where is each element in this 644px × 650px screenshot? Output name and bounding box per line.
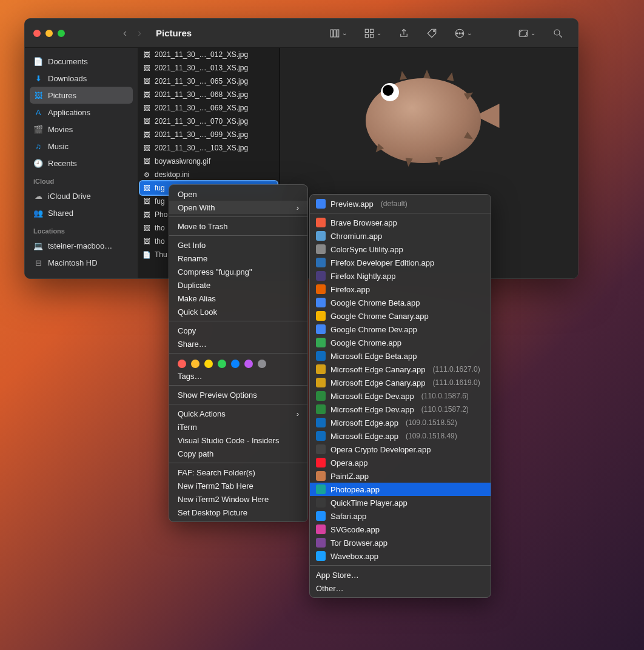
menu-item-faf-search-folder-s[interactable]: FAF: Search Folder(s) [169, 466, 307, 479]
menu-item-make-alias[interactable]: Make Alias [169, 292, 307, 305]
toolbar: ⌄ ⌄ ⌄ ⌄ [329, 28, 563, 39]
menu-item-rename[interactable]: Rename [169, 252, 307, 265]
sidebar-item-shared[interactable]: 👥Shared [25, 204, 138, 221]
share-button[interactable] [398, 28, 409, 39]
file-row[interactable]: 🖼2021_11_30_…_069_XS.jpg [138, 101, 280, 115]
app-icon [316, 444, 326, 454]
tag-color[interactable] [244, 360, 253, 368]
open-with-quicktime-player-app[interactable]: QuickTime Player.app [310, 496, 491, 509]
search-button[interactable] [552, 28, 563, 39]
open-with-microsoft-edge-app[interactable]: Microsoft Edge.app(109.0.1518.49) [310, 429, 491, 443]
menu-item-move-to-trash[interactable]: Move to Trash [169, 219, 307, 233]
menu-item-get-info[interactable]: Get Info [169, 238, 307, 252]
sidebar-item-icloud-drive[interactable]: ☁︎iCloud Drive [25, 187, 138, 204]
menu-label: Other… [316, 584, 344, 593]
open-with-microsoft-edge-dev-app[interactable]: Microsoft Edge Dev.app(110.0.1587.2) [310, 403, 491, 416]
menu-item-quick-actions[interactable]: Quick Actions› [169, 407, 307, 420]
open-with-firefox-nightly-app[interactable]: Firefox Nightly.app [310, 269, 491, 283]
view-mode-button[interactable]: ⌄ [329, 28, 347, 39]
file-row[interactable]: 🖼2021_11_30_…_012_XS.jpg [138, 48, 280, 61]
menu-item-copy[interactable]: Copy [169, 324, 307, 337]
file-row[interactable]: 🖼2021_11_30_…_099_XS.jpg [138, 128, 280, 141]
forward-button[interactable]: › [134, 28, 145, 39]
menu-item-set-desktop-picture[interactable]: Set Desktop Picture [169, 506, 307, 519]
back-button[interactable]: ‹ [119, 28, 130, 39]
menu-item-open[interactable]: Open [169, 187, 307, 201]
open-with-chromium-app[interactable]: Chromium.app [310, 229, 491, 243]
open-with-microsoft-edge-canary-app[interactable]: Microsoft Edge Canary.app(111.0.1619.0) [310, 376, 491, 389]
menu-item-iterm[interactable]: iTerm [169, 420, 307, 434]
sidebar-item-movies[interactable]: 🎬Movies [25, 121, 138, 138]
sidebar-item-music[interactable]: ♫Music [25, 138, 138, 155]
menu-item-duplicate[interactable]: Duplicate [169, 278, 307, 292]
open-with-microsoft-edge-canary-app[interactable]: Microsoft Edge Canary.app(111.0.1627.0) [310, 363, 491, 376]
menu-item-quick-look[interactable]: Quick Look [169, 305, 307, 318]
sidebar-item-recents[interactable]: 🕘Recents [25, 155, 138, 172]
open-with-google-chrome-dev-app[interactable]: Google Chrome Dev.app [310, 323, 491, 336]
sync-button[interactable]: ⌄ [518, 28, 535, 39]
open-with-opera-app[interactable]: Opera.app [310, 456, 491, 469]
menu-item-new-iterm-window-here[interactable]: New iTerm2 Window Here [169, 492, 307, 506]
menu-item-tags[interactable]: Tags… [169, 369, 307, 383]
file-icon: 🖼 [143, 224, 151, 232]
file-row[interactable]: 🖼2021_11_30_…_070_XS.jpg [138, 115, 280, 128]
open-with-google-chrome-app[interactable]: Google Chrome.app [310, 336, 491, 349]
sidebar-item-pictures[interactable]: 🖼Pictures [30, 87, 133, 104]
svg-point-9 [459, 32, 460, 33]
open-with-tor-browser-app[interactable]: Tor Browser.app [310, 536, 491, 549]
open-with-google-chrome-beta-app[interactable]: Google Chrome Beta.app [310, 296, 491, 309]
open-with-opera-crypto-developer-app[interactable]: Opera Crypto Developer.app [310, 443, 491, 456]
menu-item-show-preview-options[interactable]: Show Preview Options [169, 388, 307, 401]
open-with-svgcode-app[interactable]: SVGcode.app [310, 523, 491, 536]
file-row[interactable]: ⚙︎desktop.ini [138, 168, 280, 181]
close-button[interactable] [33, 30, 41, 37]
tags-button[interactable] [426, 28, 437, 39]
open-with-colorsync-utility-app[interactable]: ColorSync Utility.app [310, 243, 491, 256]
sidebar-item-downloads[interactable]: ⬇︎Downloads [25, 70, 138, 87]
more-button[interactable]: ⌄ [454, 28, 472, 39]
menu-item-open-with[interactable]: Open With› [169, 201, 307, 214]
open-with-firefox-developer-edition-app[interactable]: Firefox Developer Edition.app [310, 256, 491, 269]
tag-color[interactable] [218, 360, 226, 368]
tag-color[interactable] [178, 360, 186, 368]
tag-color[interactable] [191, 360, 200, 368]
open-with-wavebox-app[interactable]: Wavebox.app [310, 549, 491, 563]
app-name: Microsoft Edge Dev.app [330, 405, 414, 414]
open-with-app-store[interactable]: App Store… [310, 568, 491, 581]
file-name: fug [155, 197, 165, 206]
open-with-microsoft-edge-app[interactable]: Microsoft Edge.app(109.0.1518.52) [310, 416, 491, 429]
open-with-microsoft-edge-dev-app[interactable]: Microsoft Edge Dev.app(110.0.1587.6) [310, 389, 491, 403]
tag-color[interactable] [231, 360, 240, 368]
file-row[interactable]: 🖼2021_11_30_…_013_XS.jpg [138, 61, 280, 75]
minimize-button[interactable] [45, 30, 53, 37]
menu-item-share[interactable]: Share… [169, 337, 307, 350]
menu-label: Rename [178, 254, 207, 263]
sidebar-item-tsteiner-macboo-[interactable]: 💻tsteiner-macboo… [25, 237, 138, 254]
menu-item-new-iterm-tab-here[interactable]: New iTerm2 Tab Here [169, 479, 307, 492]
open-with-google-chrome-canary-app[interactable]: Google Chrome Canary.app [310, 309, 491, 323]
tag-color[interactable] [204, 360, 213, 368]
open-with-photopea-app[interactable]: Photopea.app [310, 483, 491, 496]
menu-item-copy-path[interactable]: Copy path [169, 447, 307, 460]
app-icon [316, 458, 326, 467]
open-with-brave-browser-app[interactable]: Brave Browser.app [310, 216, 491, 229]
file-row[interactable]: 🖼boywasiwrong.gif [138, 155, 280, 168]
group-button[interactable]: ⌄ [364, 28, 381, 39]
open-with-preview-app[interactable]: Preview.app(default) [310, 197, 491, 210]
maximize-button[interactable] [58, 30, 65, 37]
tag-color[interactable] [258, 360, 266, 368]
menu-item-visual-studio-code-insiders[interactable]: Visual Studio Code - Insiders [169, 434, 307, 447]
open-with-paintz-app[interactable]: PaintZ.app [310, 469, 491, 483]
open-with-safari-app[interactable]: Safari.app [310, 509, 491, 523]
file-row[interactable]: 🖼2021_11_30_…_068_XS.jpg [138, 88, 280, 101]
open-with-microsoft-edge-beta-app[interactable]: Microsoft Edge Beta.app [310, 349, 491, 363]
folder-icon: 🖼 [33, 91, 43, 100]
sidebar-item-applications[interactable]: AApplications [25, 104, 138, 121]
file-row[interactable]: 🖼2021_11_30_…_103_XS.jpg [138, 141, 280, 155]
sidebar-item-documents[interactable]: 📄Documents [25, 53, 138, 70]
file-row[interactable]: 🖼2021_11_30_…_065_XS.jpg [138, 75, 280, 88]
open-with-other[interactable]: Other… [310, 581, 491, 595]
menu-item-compress-fugu-png[interactable]: Compress "fugu.png" [169, 265, 307, 278]
open-with-firefox-app[interactable]: Firefox.app [310, 283, 491, 296]
sidebar-item-macintosh-hd[interactable]: ⊟Macintosh HD [25, 254, 138, 271]
